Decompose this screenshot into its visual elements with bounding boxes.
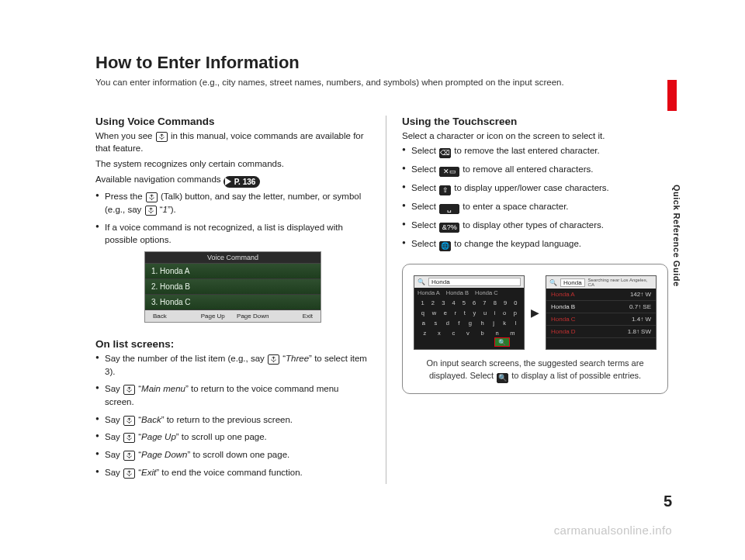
mock-row: 2. Honda B: [145, 279, 321, 295]
search-icon: 🔍: [418, 278, 425, 285]
page-ref-link[interactable]: P. 136: [224, 176, 261, 188]
text: Select: [411, 146, 438, 155]
mock-footer-btn: Exit: [273, 313, 314, 320]
key: z: [423, 330, 426, 337]
list-bullet: Say “Main menu” to return to the voice c…: [95, 382, 370, 408]
mock-header: Voice Command: [145, 252, 321, 264]
text: to display upper/lower case characters.: [452, 183, 609, 192]
col-touchscreen: Using the Touchscreen Select a character…: [386, 116, 668, 484]
key: s: [434, 320, 437, 327]
talk-icon: [156, 132, 168, 142]
key: f: [458, 320, 459, 327]
text: ”).: [168, 205, 176, 214]
mock-footer-btn: Page Up: [193, 313, 234, 320]
key: y: [473, 309, 476, 316]
key: 8: [494, 299, 497, 306]
text: Say: [105, 415, 123, 424]
key: 3: [442, 299, 445, 306]
result-row: Honda C1.4↑ W: [546, 313, 656, 326]
talk-icon: [268, 354, 279, 365]
text: to display a list of possible entries.: [511, 371, 641, 380]
text: to remove all entered characters.: [460, 164, 593, 174]
key: u: [483, 309, 487, 316]
voice-cmd: Exit: [141, 468, 156, 477]
key: 1: [421, 299, 424, 306]
key: x: [438, 330, 441, 337]
voice-bullet-2: If a voice command is not recognized, a …: [95, 221, 370, 247]
talk-icon: [123, 385, 135, 395]
result-row: Honda B0.7↑ SE: [546, 301, 656, 313]
text: Select: [411, 202, 438, 211]
callout-caption: On input search screens, the suggested s…: [414, 358, 657, 382]
key: d: [446, 320, 449, 327]
voice-bullet-1: Press the (Talk) button, and say the let…: [95, 190, 370, 216]
key: b: [480, 330, 483, 337]
voice-cmd: Three: [286, 354, 309, 363]
voice-p1: When you see in this manual, voice comma…: [95, 130, 370, 155]
search-icon: 🔍: [549, 279, 557, 286]
talk-icon: [123, 433, 135, 443]
key: o: [503, 309, 506, 316]
text: to enter a space character.: [460, 202, 568, 211]
key: i: [494, 309, 496, 316]
text: ” to return to the previous screen.: [161, 415, 293, 424]
key: k: [503, 320, 506, 327]
voice-p3: Available navigation commands P. 136: [95, 173, 370, 188]
voice-cmd: Page Down: [141, 450, 187, 459]
search-go-button: 🔍: [494, 337, 510, 347]
key: w: [432, 309, 436, 316]
key: l: [515, 320, 517, 327]
results-screen-mock: 🔍 Honda Searching near Los Angeles, CA H…: [546, 275, 657, 350]
side-section-label: Quick Reference Guide: [672, 185, 681, 287]
text: Select: [411, 164, 438, 174]
text: ” to scroll down one page.: [188, 450, 290, 459]
mock-footer: Back Page Up Page Down Exit: [145, 310, 321, 322]
keyboard-row: 1234567890: [414, 298, 524, 308]
text: to change the keypad language.: [452, 239, 581, 248]
key: v: [466, 330, 470, 337]
key-icon: ␣: [439, 204, 459, 214]
key-icon: ⇧: [439, 185, 451, 195]
touch-bullet: Select &?% to display other types of cha…: [402, 219, 668, 233]
voice-command-mock-screen: Voice Command 1. Honda A 2. Honda B 3. H…: [144, 251, 321, 323]
list-bullet: Say “Page Down” to scroll down one page.: [95, 448, 370, 461]
section-tab: [667, 80, 677, 111]
result-row: Honda A142↑ W: [546, 289, 656, 301]
arrow-right-icon: ▶: [531, 306, 539, 319]
key: c: [452, 330, 455, 337]
key: p: [514, 309, 517, 316]
keyboard-screen-mock: 🔍 Honda Honda A Honda B Honda C 12345678…: [414, 275, 525, 350]
key-icon: ✕▭: [439, 167, 459, 177]
text: to remove the last entered character.: [452, 146, 600, 155]
key: e: [444, 309, 447, 316]
mock-row: 3. Honda C: [145, 295, 321, 310]
talk-icon: [146, 192, 158, 202]
key: 2: [431, 299, 435, 306]
key: m: [510, 330, 515, 337]
voice-cmd: Main menu: [141, 384, 185, 393]
key: 9: [504, 299, 507, 306]
talk-icon: [123, 416, 135, 426]
result-name: Honda A: [551, 291, 575, 298]
list-screens-heading: On list screens:: [95, 338, 370, 350]
result-distance: 1.8↑ SW: [628, 328, 651, 335]
text: Press the: [105, 192, 145, 201]
suggestion: Honda A: [418, 289, 440, 296]
list-bullet: Say the number of the list item (e.g., s…: [95, 352, 370, 378]
key: 5: [463, 299, 466, 306]
search-field: Honda: [560, 278, 585, 287]
mock-footer-btn: Back: [153, 313, 193, 320]
watermark: carmanualsonline.info: [554, 524, 672, 537]
list-bullet: Say “Exit” to end the voice command func…: [95, 466, 370, 479]
key: 6: [473, 299, 476, 306]
key-icon: 🌐: [439, 241, 451, 251]
result-name: Honda B: [551, 303, 575, 310]
suggestion: Honda B: [446, 289, 469, 296]
key: q: [421, 309, 424, 316]
text: Say: [105, 432, 123, 441]
key: h: [481, 320, 484, 327]
touch-bullet: Select ⇧ to display upper/lower case cha…: [402, 181, 668, 195]
touch-bullet: Select ✕▭ to remove all entered characte…: [402, 163, 668, 177]
voice-heading: Using Voice Commands: [95, 116, 370, 127]
touch-bullet: Select 🌐 to change the keypad language.: [402, 237, 668, 251]
